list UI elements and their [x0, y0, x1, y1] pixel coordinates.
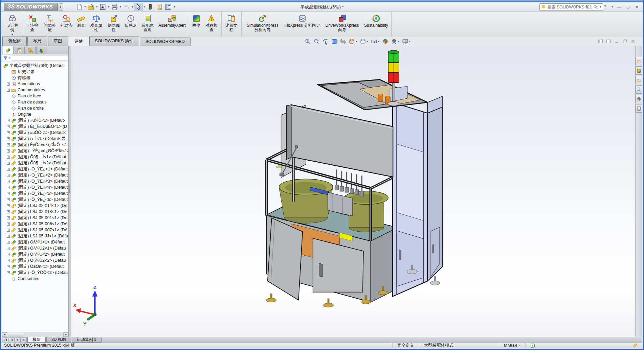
section-properties-button[interactable]: 剖面属性	[105, 13, 123, 33]
interference-button[interactable]: 干涉检查	[23, 13, 41, 33]
expand-icon[interactable]: +	[7, 259, 10, 262]
make-drawing-dropdown-arrow[interactable]: ▾	[108, 5, 109, 8]
tree-item[interactable]: +(固定) LSJ-02-014<1> (Dé	[2, 203, 68, 209]
print-button[interactable]	[110, 3, 119, 11]
new-document-button[interactable]	[75, 3, 83, 11]
tree-item[interactable]: +(固定) ·Ö_ÝË¿<3> (Défaut	[2, 178, 68, 184]
tree-item[interactable]: +(固定) ·Ö_ÝË¿<2> (Défaut	[2, 172, 68, 178]
search-input[interactable]	[548, 5, 592, 9]
status-assembly-mode[interactable]: 大型装配体模式	[419, 343, 459, 348]
expand-icon[interactable]: +	[7, 162, 10, 165]
tree-item[interactable]: +(固定) Õñ¶¯_Ì<2> (Défaut	[2, 160, 68, 166]
dropdown-arrow[interactable]: ▾	[398, 40, 399, 43]
panel-tab-property-manager[interactable]	[14, 47, 25, 54]
graphics-viewport[interactable]: Z X Y	[71, 46, 635, 337]
expand-icon[interactable]: +	[7, 265, 10, 268]
traffic-light-button[interactable]	[146, 3, 154, 11]
tree-item[interactable]: +(固定) ·Ö_ÝË¿<6> (Défaut	[2, 196, 68, 203]
tree-item[interactable]: +(固定) ·Ö_ÝË¿<4> (Défaut	[2, 184, 68, 190]
splitter-grip[interactable]	[69, 184, 70, 193]
tree-item[interactable]: +(固定) Ö§¼Ü<1> (Défaut	[2, 239, 68, 245]
tree-item[interactable]: Contraintes	[2, 276, 68, 282]
view-orientation-button[interactable]: A	[340, 38, 346, 45]
tab-SOLIDWORKS 插件[interactable]: SOLIDWORKS 插件	[89, 37, 139, 46]
help-dropdown-arrow[interactable]: ▾	[612, 5, 613, 8]
logo-flyout-button[interactable]	[59, 3, 63, 11]
nav-prev-button[interactable]: ◀	[9, 337, 15, 342]
tree-item[interactable]: 历史记录	[2, 69, 68, 75]
tree-item[interactable]: +(固定) Õñ¶¯_Ì<1> (Défaut	[2, 154, 68, 160]
expand-icon[interactable]: +	[7, 174, 10, 177]
design-study-button[interactable]: 设计算例▾	[3, 13, 21, 38]
tab-草图[interactable]: 草图	[48, 37, 68, 46]
help-button[interactable]: ?	[602, 4, 608, 9]
tree-item[interactable]: +(固定) Ö±Õñ<1> (Défaut	[2, 263, 68, 270]
options-list-button[interactable]	[164, 3, 173, 11]
tab-装配体[interactable]: 装配体	[2, 37, 27, 46]
status-help-button[interactable]: ?	[525, 343, 540, 348]
expand-icon[interactable]: +	[7, 180, 10, 183]
sensors-clock-button[interactable]: 传感器	[123, 13, 139, 28]
expand-icon[interactable]: +	[7, 149, 10, 153]
pane-right-button[interactable]	[606, 39, 611, 44]
tree-item[interactable]: 传感器	[2, 75, 68, 81]
minimize-button[interactable]: —	[617, 4, 622, 9]
edit-appearance-button[interactable]	[382, 38, 388, 45]
expand-icon[interactable]: +	[7, 271, 10, 274]
assemblyxpert-button[interactable]: AssemblyXpert	[156, 13, 188, 28]
display-style-button[interactable]: ▾	[360, 38, 369, 45]
undo-dropdown-arrow[interactable]: ▾	[132, 5, 133, 8]
search-dropdown-arrow[interactable]: ▾	[600, 5, 601, 8]
machine-model[interactable]: Z X Y	[71, 46, 635, 336]
expand-icon[interactable]: +	[7, 125, 10, 128]
tree-item[interactable]: +(固定) ·Ö_ÝË¿<5> (Défaut	[2, 190, 68, 196]
home-button[interactable]	[636, 57, 642, 65]
tab-布局[interactable]: 布局	[27, 37, 47, 46]
open-folder-dropdown-arrow[interactable]: ▾	[96, 5, 97, 8]
tree-horizontal-scrollbar[interactable]: ◀ ▶	[2, 332, 68, 337]
tree-item[interactable]: +(固定) LSJ-05-JJ<1> (Défa	[2, 233, 68, 239]
expand-icon[interactable]: +	[7, 210, 10, 213]
file-explorer-button[interactable]	[636, 76, 642, 84]
pane-left-button[interactable]	[598, 39, 603, 44]
expand-icon[interactable]: +	[7, 83, 10, 86]
expand-icon[interactable]: +	[7, 186, 10, 189]
tree-item[interactable]: +(固定) Ö§¼Ü<2> (Défaut	[2, 251, 68, 257]
panel-tab-display-manager[interactable]	[36, 47, 47, 54]
tree-item[interactable]: +(固定) LSJ-05-007<1> (Dé	[2, 227, 68, 233]
expand-icon[interactable]: +	[7, 223, 10, 226]
expand-icon[interactable]: +	[7, 198, 10, 201]
properties-button[interactable]	[155, 3, 163, 11]
measure-button[interactable]: 测量	[75, 13, 87, 28]
previous-view-button[interactable]	[322, 38, 329, 45]
print-dropdown-arrow[interactable]: ▾	[120, 5, 121, 8]
expand-icon[interactable]: +	[7, 119, 10, 122]
dropdown-arrow[interactable]: ▾	[378, 40, 379, 43]
expand-icon[interactable]: +	[7, 131, 10, 134]
expand-icon[interactable]: +	[7, 247, 10, 250]
apply-scene-button[interactable]: ▾	[391, 38, 400, 45]
sustainability-button[interactable]: Sustainability	[362, 13, 390, 28]
section-view-button[interactable]	[331, 38, 337, 45]
simulationxpress-button[interactable]: SimulationXpress 分析向导	[243, 13, 283, 33]
model-tab-3D 视图[interactable]: 3D 视图	[46, 337, 71, 343]
scrollbar-thumb[interactable]	[8, 333, 23, 336]
select-cursor-button[interactable]	[134, 3, 142, 11]
model-tab-运动算例 1[interactable]: 运动算例 1	[72, 337, 102, 343]
tree-item[interactable]: +AAnnotations	[2, 81, 68, 87]
expand-icon[interactable]: +	[7, 204, 10, 207]
expand-icon[interactable]: +	[7, 143, 10, 146]
dropdown-arrow[interactable]: ▾	[409, 40, 410, 43]
tree-item[interactable]: Plan de droite	[2, 105, 68, 111]
dropdown-arrow[interactable]: ▾	[367, 40, 368, 43]
floxpress-button[interactable]: FloXpress 分析向导	[283, 13, 322, 28]
hide-show-button[interactable]: ▾	[371, 38, 380, 45]
design-library-button[interactable]	[636, 66, 642, 75]
tree-item[interactable]: +(固定) »úÕÖ<1> (Défaut<	[2, 130, 68, 136]
tree-item[interactable]: Plan de face	[2, 93, 68, 99]
compare-docs-button[interactable]: 比较文档	[223, 13, 240, 33]
assembly-visualization-button[interactable]: 装配体直观	[139, 13, 156, 33]
tree-item[interactable]: +(固定) ת_Ì<1> (Défaut<显	[2, 136, 68, 142]
expand-icon[interactable]: +	[7, 216, 10, 219]
expand-icon[interactable]: +	[7, 241, 10, 244]
